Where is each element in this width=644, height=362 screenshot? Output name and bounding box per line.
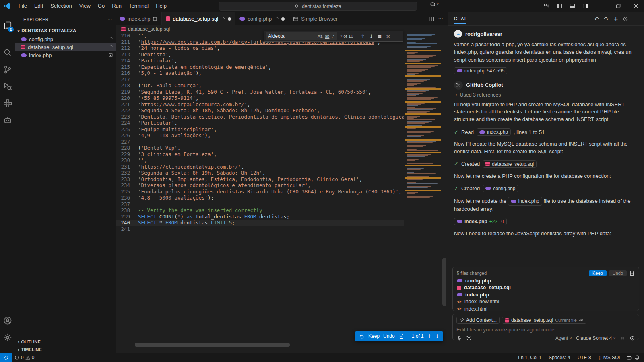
copilot-status-icon[interactable] <box>626 355 632 360</box>
whole-word-toggle[interactable]: ab <box>324 34 330 39</box>
workspace-folder[interactable]: ∨ DENTISTAS FORTALEZA <box>15 26 116 35</box>
undo-button[interactable]: Undo <box>383 333 395 339</box>
next-edit-icon[interactable]: ↓ <box>435 333 439 339</box>
menu-run[interactable]: Run <box>108 2 125 10</box>
add-context-button[interactable]: Add Context... <box>456 317 500 324</box>
changed-file-config-php[interactable]: config.php <box>457 277 635 284</box>
bell-icon[interactable] <box>634 355 640 360</box>
view-changes-icon[interactable] <box>629 270 635 276</box>
activity-run-debug[interactable] <box>0 79 15 94</box>
find-close-icon[interactable]: × <box>385 33 391 39</box>
chat-tab[interactable]: CHAT <box>454 16 466 24</box>
close-button[interactable] <box>628 0 644 12</box>
menu-terminal[interactable]: Terminal <box>125 2 152 10</box>
current-file-chip[interactable]: database_setup.sql Current file <box>502 317 586 324</box>
file-database_setup-sql[interactable]: database_setup.sql <box>15 43 116 51</box>
menu-help[interactable]: Help <box>152 2 170 10</box>
keep-all-button[interactable]: Keep <box>589 270 607 276</box>
menu-edit[interactable]: Edit <box>31 2 47 10</box>
changed-file-index-php[interactable]: index.php <box>457 291 635 298</box>
minimize-button[interactable] <box>592 0 609 12</box>
keep-button[interactable]: Keep <box>368 333 380 339</box>
tab-config-php[interactable]: config.php <box>235 12 289 25</box>
new-chat-icon[interactable]: + <box>611 16 621 22</box>
tab-database_setup-sql[interactable]: database_setup.sql <box>162 12 235 25</box>
code-editor[interactable]: 210'',211'https://www.doctoralia.com.br/… <box>116 33 404 343</box>
activity-explorer[interactable]: 2 <box>0 18 15 33</box>
command-center-search[interactable]: dentistas fortaleza <box>219 2 417 11</box>
activity-search[interactable] <box>0 45 15 60</box>
menu-view[interactable]: View <box>76 2 94 10</box>
find-prev-icon[interactable]: ↑ <box>360 33 366 39</box>
account-button[interactable] <box>0 313 15 328</box>
mic-icon[interactable] <box>456 335 462 341</box>
chat-more-icon[interactable]: ··· <box>630 16 640 22</box>
chat-input-box[interactable]: Add Context... database_setup.sql Curren… <box>452 314 639 340</box>
undo-all-button[interactable]: Undo <box>609 270 627 276</box>
code-text: '24 horas - todos os dias', <box>138 45 220 51</box>
tools-icon[interactable] <box>466 335 472 341</box>
send-record-icon[interactable] <box>630 335 635 341</box>
minimap-search-highlight <box>405 63 441 64</box>
tab-simple-browser[interactable]: Simple Browser <box>289 12 342 25</box>
more-actions-icon[interactable]: ··· <box>107 16 112 22</box>
file-chip[interactable]: index.php+22-0 <box>454 218 507 225</box>
file-chip[interactable]: database_setup.sql <box>483 160 537 168</box>
find-in-selection-icon[interactable]: ≡ <box>377 33 383 39</box>
find-input[interactable]: Aldeota Aa ab .* <box>266 32 337 40</box>
mode-picker[interactable]: Agent∨ <box>555 335 572 341</box>
file-chip[interactable]: config.php <box>483 185 518 192</box>
model-picker[interactable]: Claude Sonnet 4∨ <box>576 335 616 341</box>
chat-redo-icon[interactable]: ↷ <box>601 16 611 22</box>
activity-extensions[interactable] <box>0 96 15 111</box>
changed-file-database_setup-sql[interactable]: database_setup.sql <box>457 284 635 292</box>
file-chip[interactable]: index.php <box>508 197 542 206</box>
attachment-chip[interactable]: index.php:547-595 <box>454 67 507 74</box>
prev-edit-icon[interactable]: ↑ <box>427 333 431 339</box>
menu-go[interactable]: Go <box>94 2 108 10</box>
file-config-php[interactable]: config.php <box>15 35 116 43</box>
minimap-line <box>407 69 428 70</box>
minimap[interactable] <box>405 33 441 343</box>
copilot-menu[interactable]: ∨ <box>430 1 439 7</box>
activity-source-control[interactable] <box>0 62 15 77</box>
timeline-section[interactable]: › TIMELINE <box>15 346 116 353</box>
encoding[interactable]: UTF-8 <box>575 355 594 360</box>
find-next-icon[interactable]: ↓ <box>368 33 374 39</box>
regex-toggle[interactable]: .* <box>330 34 336 39</box>
file-edit-icon[interactable] <box>398 333 404 339</box>
toggle-sidebar-icon[interactable] <box>554 0 565 12</box>
changed-file-index-html[interactable]: <>index.html <box>457 305 635 313</box>
indentation[interactable]: Spaces: 4 <box>546 355 572 360</box>
restore-button[interactable] <box>610 0 626 12</box>
activity-copilot-chat[interactable] <box>0 113 15 128</box>
chat-input-placeholder[interactable]: Edit files in your workspace in agent mo… <box>456 327 635 333</box>
line-number: 227 <box>116 139 138 145</box>
language-mode[interactable]: {}MS SQL <box>596 355 624 360</box>
file-index-php[interactable]: index.php <box>15 51 116 59</box>
tab-index-php[interactable]: index.php <box>116 12 162 25</box>
chat-history-icon[interactable] <box>621 16 630 22</box>
references-toggle[interactable]: › Used 3 references <box>456 92 637 98</box>
remote-indicator[interactable] <box>0 353 12 362</box>
file-chip[interactable]: index.php <box>477 128 511 136</box>
more-actions-icon[interactable]: ··· <box>438 16 443 22</box>
problems-indicator[interactable]: 0 0 <box>12 355 37 360</box>
changed-file-index_new-html[interactable]: <>index_new.html <box>457 298 635 306</box>
vertical-scrollbar[interactable] <box>441 33 448 343</box>
outline-section[interactable]: › OUTLINE <box>15 338 116 346</box>
chat-undo-icon[interactable]: ↶ <box>592 16 601 22</box>
menu-selection[interactable]: Selection <box>47 2 75 10</box>
pause-icon[interactable] <box>620 335 625 341</box>
toggle-secondary-sidebar-icon[interactable] <box>580 0 591 12</box>
undo-arrow-icon[interactable] <box>359 333 365 339</box>
horizontal-scrollbar[interactable] <box>116 343 404 347</box>
minimap-line <box>407 144 429 144</box>
settings-button[interactable] <box>0 330 15 345</box>
customize-layout-icon[interactable] <box>541 0 552 12</box>
menu-file[interactable]: File <box>15 2 31 10</box>
toggle-panel-icon[interactable] <box>567 0 578 12</box>
cursor-position[interactable]: Ln 1, Col 1 <box>516 355 544 360</box>
match-case-toggle[interactable]: Aa <box>316 34 324 39</box>
split-editor-icon[interactable] <box>429 16 434 22</box>
